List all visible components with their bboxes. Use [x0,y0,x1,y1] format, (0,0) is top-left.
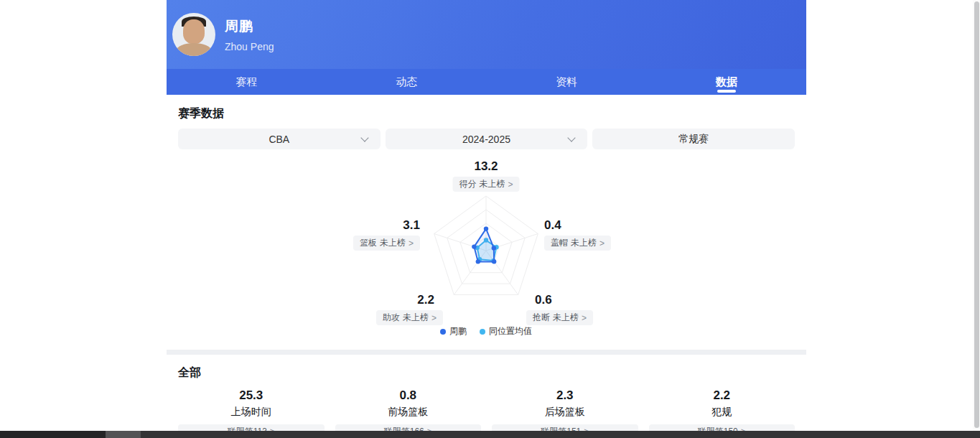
stat-value: 25.3 [239,388,263,404]
avatar [172,13,215,56]
tab-profile-label: 资料 [556,75,577,89]
stat-label: 后场篮板 [545,406,585,419]
stat-blocks: 0.4 盖帽 未上榜 > [544,218,611,251]
stat-assists-rank-pill[interactable]: 助攻 未上榜 > [376,310,443,325]
stat-points: 13.2 得分 未上榜 > [452,159,519,192]
content-column: 周鹏 Zhou Peng 赛程 动态 资料 数据 赛季数据 CBA 2024-2… [167,0,806,438]
radar-legend: 周鹏 同位置均值 [440,325,532,337]
all-section-title: 全部 [167,365,806,381]
chevron-right-icon: > [409,238,414,248]
stat-label: 助攻 [383,312,400,324]
stat-steals-rank-pill[interactable]: 抢断 未上榜 > [526,310,593,325]
stat-points-rank-pill[interactable]: 得分 未上榜 > [452,177,519,192]
stat-label: 犯规 [711,406,732,419]
stat-steals-value: 0.6 [535,293,552,307]
stat-label: 篮板 [360,237,377,249]
tab-news[interactable]: 动态 [327,69,487,95]
radar-chart [425,193,547,308]
legend-dot-position-average [480,329,485,335]
legend-label: 周鹏 [449,325,467,337]
stat-points-value: 13.2 [474,159,498,174]
league-select-value: CBA [269,134,289,145]
filter-row: CBA 2024-2025 常规赛 [167,129,806,149]
season-select[interactable]: 2024-2025 [386,129,588,149]
stat-rebounds-rank-pill[interactable]: 篮板 未上榜 > [353,236,420,251]
avatar-shoulders [177,43,211,56]
chevron-down-icon [568,134,576,141]
season-section-title: 赛季数据 [167,106,806,121]
page: 周鹏 Zhou Peng 赛程 动态 资料 数据 赛季数据 CBA 2024-2… [0,0,980,438]
tab-data-label: 数据 [716,75,737,89]
stat-value: 2.2 [713,388,730,404]
stat-rank: 未上榜 [380,237,406,249]
stat-label: 盖帽 [551,237,568,249]
chevron-right-icon: > [599,238,605,248]
horizontal-scrollbar-track-left [0,431,106,438]
chevron-down-icon [360,134,368,141]
stat-value: 0.8 [399,388,416,404]
stat-rank: 未上榜 [553,312,579,324]
stat-rebounds: 3.1 篮板 未上榜 > [353,218,420,251]
chevron-right-icon: > [431,313,437,323]
stat-assists: 2.2 助攻 未上榜 > [376,293,443,325]
legend-label: 同位置均值 [489,325,532,337]
tab-news-label: 动态 [396,75,417,89]
avatar-face [183,19,205,44]
active-tab-indicator [717,90,736,93]
horizontal-scrollbar-thumb[interactable] [106,431,141,438]
vertical-scrollbar[interactable] [973,0,980,431]
player-header: 周鹏 Zhou Peng [167,0,806,69]
section-divider [167,350,806,355]
stage-select-value: 常规赛 [678,133,709,146]
league-select[interactable]: CBA [178,129,381,149]
player-name: 周鹏 [225,17,274,36]
tab-schedule-label: 赛程 [235,75,257,89]
stat-blocks-rank-pill[interactable]: 盖帽 未上榜 > [544,236,611,251]
radar-chart-section: 13.2 得分 未上榜 > 3.1 篮板 未上榜 > 0.4 盖帽 [167,155,806,340]
tab-schedule[interactable]: 赛程 [167,69,327,95]
stat-label: 得分 [459,178,476,190]
tab-profile[interactable]: 资料 [487,69,647,95]
stage-select[interactable]: 常规赛 [592,129,795,149]
legend-item-position-average[interactable]: 同位置均值 [480,325,532,337]
stat-value: 2.3 [556,388,574,404]
horizontal-scrollbar[interactable] [0,431,980,438]
tab-data[interactable]: 数据 [646,69,806,95]
vertical-scrollbar-thumb[interactable] [974,1,979,428]
stat-steals: 0.6 抢断 未上榜 > [526,293,593,325]
chevron-right-icon: > [582,313,587,323]
stat-label: 前场篮板 [388,406,428,419]
season-select-value: 2024-2025 [462,134,510,145]
stat-assists-value: 2.2 [417,293,434,307]
tab-bar: 赛程 动态 资料 数据 [167,69,806,95]
stat-label: 上场时间 [231,406,271,419]
legend-item-player[interactable]: 周鹏 [440,325,467,337]
stat-rank: 未上榜 [571,237,597,249]
chevron-right-icon: > [508,180,513,190]
stat-rank: 未上榜 [403,312,429,324]
stat-blocks-value: 0.4 [544,218,561,233]
stat-rebounds-value: 3.1 [403,218,420,233]
player-name-en: Zhou Peng [225,41,274,52]
legend-dot-player [440,329,446,335]
stat-label: 抢断 [533,312,550,324]
stat-rank: 未上榜 [479,178,505,190]
